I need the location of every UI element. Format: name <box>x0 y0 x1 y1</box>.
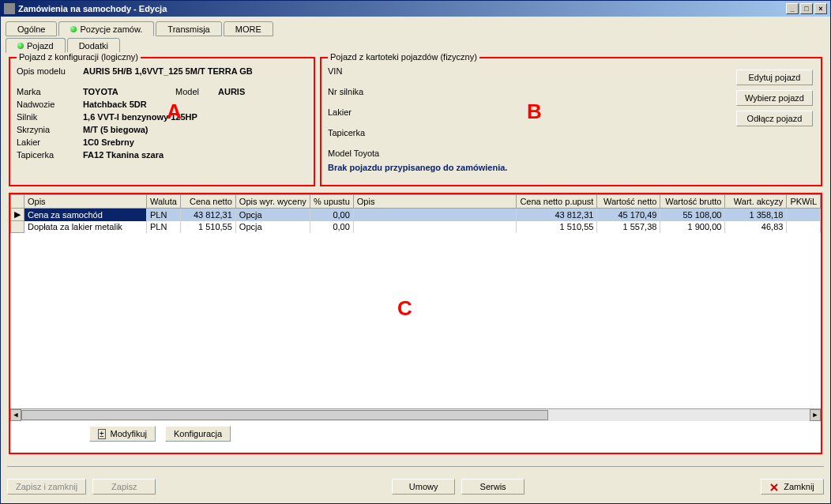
scroll-thumb[interactable] <box>21 410 548 420</box>
edytuj-pojazd-button[interactable]: Edytuj pojazd <box>736 70 813 85</box>
modyfikuj-button[interactable]: ± Modyfikuj <box>89 426 156 442</box>
opis-modelu-label: Opis modelu <box>17 66 80 76</box>
nadwozie-label: Nadwozie <box>17 100 80 109</box>
sub-tabs: Pojazd Dodatki <box>6 38 825 54</box>
vin-label: VIN <box>328 66 399 76</box>
tab-more[interactable]: MORE <box>224 21 273 36</box>
minimize-button[interactable]: _ <box>786 3 799 14</box>
marka-value: TOYOTA <box>83 87 172 96</box>
green-dot-icon <box>70 26 77 32</box>
cell-waluta: PLN <box>147 221 181 233</box>
close-window-button[interactable]: × <box>814 3 827 14</box>
col-opiswyr[interactable]: Opis wyr. wyceny <box>235 195 310 209</box>
tab-label: MORE <box>235 24 261 34</box>
grid-header-row: Opis Waluta Cena netto Opis wyr. wyceny … <box>11 195 821 209</box>
bottom-bar: Zapisz i zamknij Zapisz Umowy Serwis Zam… <box>7 475 824 498</box>
grid-empty-area: C <box>10 233 821 408</box>
konfiguracja-button[interactable]: Konfiguracja <box>165 426 231 442</box>
panel-legend: Pojazd z kartoteki pojazdów (fizyczny) <box>328 52 479 62</box>
cell-wartakcyzy: 1 358,18 <box>725 209 787 221</box>
col-wartnetto[interactable]: Wartość netto <box>597 195 660 209</box>
rp-lakier-label: Lakier <box>328 107 399 117</box>
lakier-value: 1C0 Srebrny <box>83 137 307 147</box>
cell-upust: 0,00 <box>310 221 353 233</box>
cell-opiswyr: Opcja <box>235 209 310 221</box>
wybierz-pojazd-button[interactable]: Wybierz pojazd <box>736 90 813 106</box>
cell-wartnetto: 45 170,49 <box>597 209 660 221</box>
maximize-button[interactable]: □ <box>800 3 813 14</box>
titlebar: Zamówienia na samochody - Edycja _ □ × <box>1 1 830 17</box>
zapisz-i-zamknij-button[interactable]: Zapisz i zamknij <box>7 479 86 495</box>
col-pkwiu[interactable]: PKWiL <box>787 195 821 209</box>
positions-grid-wrapper: Opis Waluta Cena netto Opis wyr. wyceny … <box>9 193 822 454</box>
subtab-pojazd[interactable]: Pojazd <box>6 38 66 53</box>
tab-label: Transmisja <box>167 24 209 34</box>
cell-pkwiu <box>787 209 821 221</box>
cell-pkwiu <box>787 221 821 233</box>
row-marker-header <box>11 195 24 209</box>
col-wartakcyzy[interactable]: Wart. akcyzy <box>725 195 787 209</box>
cell-wartbrutto: 1 900,00 <box>660 221 725 233</box>
cell-opiswyr: Opcja <box>235 221 310 233</box>
main-tabs: Ogólne Pozycje zamów. Transmisja MORE <box>6 20 825 36</box>
tab-ogolne[interactable]: Ogólne <box>6 21 57 36</box>
cell-wartbrutto: 55 108,00 <box>660 209 725 221</box>
tab-label: Ogólne <box>17 24 45 34</box>
button-label: Modyfikuj <box>111 429 147 438</box>
tab-label: Pojazd <box>27 41 54 51</box>
col-opis[interactable]: Opis <box>24 195 147 209</box>
grid-row[interactable]: ▶ Cena za samochód PLN 43 812,31 Opcja 0… <box>11 209 821 221</box>
cell-wartakcyzy: 46,83 <box>725 221 787 233</box>
opis-modelu-value: AURIS 5H/B 1,6VVT_125 5M/T TERRA GB <box>83 66 307 76</box>
grid-row[interactable]: Dopłata za lakier metalik PLN 1 510,55 O… <box>11 221 821 233</box>
mid-button-row: ± Modyfikuj Konfiguracja <box>89 426 818 449</box>
tab-transmisja[interactable]: Transmisja <box>156 21 221 36</box>
marka-label: Marka <box>17 87 80 96</box>
lakier-label: Lakier <box>17 137 80 147</box>
cell-opis2 <box>353 209 517 221</box>
top-panels: Pojazd z konfiguracji (logiczny) A Opis … <box>6 54 825 190</box>
cell-cenanetto: 43 812,31 <box>180 209 235 221</box>
cell-opis: Dopłata za lakier metalik <box>24 221 147 233</box>
umowy-button[interactable]: Umowy <box>392 479 455 495</box>
row-marker: ▶ <box>11 209 24 221</box>
tapicerka-value: FA12 Tkanina szara <box>83 150 307 160</box>
grid-hscrollbar[interactable]: ◄ ► <box>10 408 821 421</box>
button-label: Zamknij <box>784 482 814 491</box>
tapicerka-label: Tapicerka <box>17 150 80 160</box>
serwis-button[interactable]: Serwis <box>461 479 525 495</box>
cell-cenanetto: 1 510,55 <box>180 221 235 233</box>
silnik-label: Silnik <box>17 112 80 122</box>
edit-icon: ± <box>98 429 106 439</box>
nadwozie-value: Hatchback 5DR <box>83 100 307 109</box>
cell-cenanettoup: 43 812,31 <box>517 209 597 221</box>
scroll-left-icon[interactable]: ◄ <box>10 409 21 421</box>
col-wartbrutto[interactable]: Wartość brutto <box>660 195 725 209</box>
row-marker <box>11 221 24 233</box>
positions-grid[interactable]: Opis Waluta Cena netto Opis wyr. wyceny … <box>10 194 821 233</box>
modeltoyota-label: Model Toyota <box>328 149 399 158</box>
app-icon <box>4 3 15 14</box>
col-cenanettoup[interactable]: Cena netto p.upust <box>517 195 597 209</box>
green-dot-icon <box>17 43 24 49</box>
cell-waluta: PLN <box>147 209 181 221</box>
tab-pozycje-zamow[interactable]: Pozycje zamów. <box>58 21 154 36</box>
cell-opis2 <box>353 221 517 233</box>
model-value: AURIS <box>218 87 307 96</box>
col-opis2[interactable]: Opis <box>353 195 517 209</box>
col-upust[interactable]: % upustu <box>310 195 353 209</box>
zamknij-button[interactable]: Zamknij <box>761 479 824 495</box>
col-waluta[interactable]: Waluta <box>147 195 181 209</box>
col-cenanetto[interactable]: Cena netto <box>180 195 235 209</box>
tab-label: Pozycje zamów. <box>80 24 142 34</box>
subtab-dodatki[interactable]: Dodatki <box>67 38 120 53</box>
cell-upust: 0,00 <box>310 209 353 221</box>
odlacz-pojazd-button[interactable]: Odłącz pojazd <box>736 111 813 126</box>
scroll-right-icon[interactable]: ► <box>810 409 821 421</box>
model-label: Model <box>175 87 215 96</box>
cell-wartnetto: 1 557,38 <box>597 221 660 233</box>
app-window: Zamówienia na samochody - Edycja _ □ × O… <box>0 0 831 504</box>
skrzynia-label: Skrzynia <box>17 125 80 134</box>
zapisz-button[interactable]: Zapisz <box>92 479 156 495</box>
cell-cenanettoup: 1 510,55 <box>517 221 597 233</box>
